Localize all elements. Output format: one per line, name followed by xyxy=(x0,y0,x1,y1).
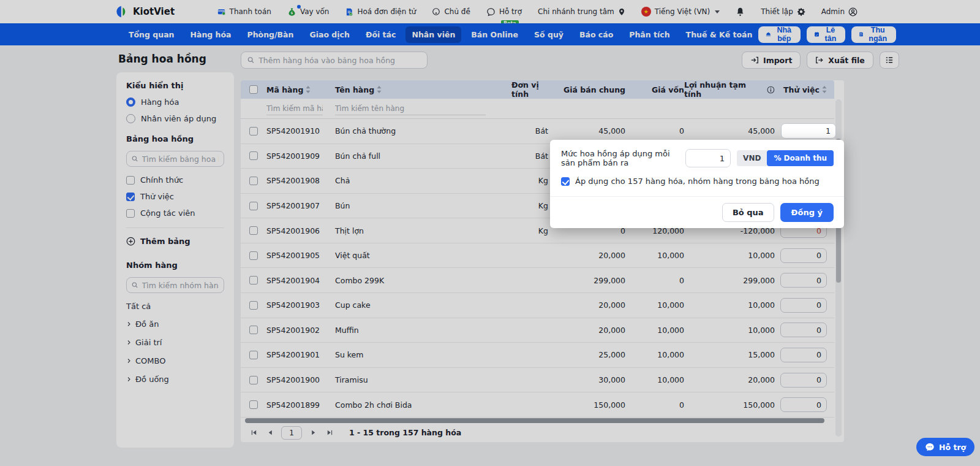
apply-checkbox[interactable] xyxy=(561,177,570,186)
modal-backdrop xyxy=(0,0,980,466)
dialog-apply-row[interactable]: Áp dụng cho 157 hàng hóa, nhóm hàng tron… xyxy=(550,167,844,186)
app-root: KiotViet Thanh toán $ Vay vốn Hoá đơn đi… xyxy=(0,0,980,466)
cancel-button[interactable]: Bỏ qua xyxy=(722,203,774,222)
chat-icon xyxy=(925,442,935,452)
commission-input[interactable] xyxy=(781,123,836,139)
commission-dialog: Mức hoa hồng áp dụng mỗi sản phẩm bán ra… xyxy=(550,140,844,228)
confirm-button[interactable]: Đồng ý xyxy=(780,203,834,222)
unit-toggle: VND % Doanh thu xyxy=(737,150,834,166)
dialog-rate-row: Mức hoa hồng áp dụng mỗi sản phẩm bán ra… xyxy=(550,140,844,167)
dialog-label: Mức hoa hồng áp dụng mỗi sản phẩm bán ra xyxy=(561,149,685,167)
support-fab[interactable]: Hỗ trợ xyxy=(916,438,974,456)
apply-label: Áp dụng cho 157 hàng hóa, nhóm hàng tron… xyxy=(575,177,820,186)
unit-option-percent[interactable]: % Doanh thu xyxy=(767,150,834,166)
dialog-footer: Bỏ qua Đồng ý xyxy=(550,196,844,228)
dialog-rate-input[interactable] xyxy=(685,149,731,167)
unit-option-vnd[interactable]: VND xyxy=(737,150,767,166)
support-fab-label: Hỗ trợ xyxy=(939,443,966,452)
